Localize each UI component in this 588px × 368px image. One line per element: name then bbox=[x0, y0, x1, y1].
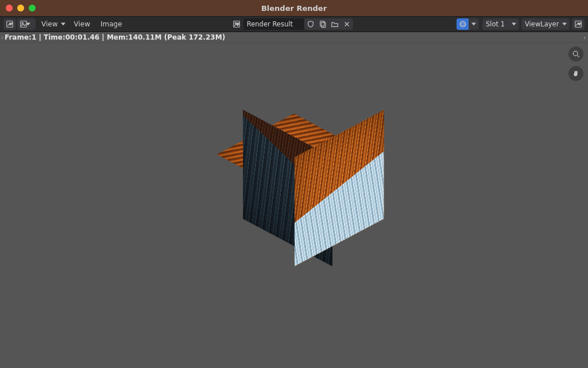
toolbar-right: Slot 1 ViewLayer bbox=[457, 18, 585, 30]
zoom-icon bbox=[572, 50, 580, 58]
svg-point-8 bbox=[460, 23, 466, 25]
image-actions bbox=[304, 18, 353, 30]
window-controls bbox=[0, 5, 36, 11]
viewlayer-label: ViewLayer bbox=[525, 20, 559, 28]
toolbar-left: View View Image bbox=[3, 18, 127, 30]
mode-dropdown[interactable] bbox=[17, 18, 36, 30]
zoom-gizmo[interactable] bbox=[568, 47, 583, 61]
new-image-icon bbox=[319, 20, 327, 28]
sphere-icon bbox=[459, 20, 467, 28]
editor-type-dropdown[interactable] bbox=[3, 18, 16, 30]
svg-rect-5 bbox=[320, 21, 324, 26]
svg-rect-0 bbox=[7, 21, 13, 28]
menu-view-a[interactable]: View bbox=[37, 20, 68, 28]
image-icon bbox=[574, 20, 582, 28]
window-close-button[interactable] bbox=[6, 5, 13, 11]
expand-right-icon[interactable]: ‹ bbox=[582, 32, 587, 42]
display-channels-color[interactable] bbox=[457, 18, 469, 30]
folder-icon bbox=[331, 20, 339, 28]
window-title: Blender Render bbox=[261, 4, 327, 13]
render-result-image bbox=[208, 94, 380, 266]
menu-image[interactable]: Image bbox=[96, 20, 127, 28]
image-name: Render Result bbox=[247, 20, 293, 28]
render-status-text: Frame:1 | Time:00:01.46 | Mem:140.11M (P… bbox=[5, 33, 225, 41]
pan-gizmo[interactable] bbox=[568, 66, 583, 81]
slot-label: Slot 1 bbox=[486, 20, 505, 28]
fake-user-button[interactable] bbox=[304, 18, 317, 30]
svg-point-2 bbox=[22, 22, 23, 24]
image-editor-icon bbox=[6, 20, 14, 28]
display-channels bbox=[457, 18, 479, 30]
expand-left-icon[interactable]: › bbox=[0, 32, 5, 42]
render-viewport[interactable] bbox=[0, 43, 588, 368]
viewlayer-dropdown[interactable]: ViewLayer bbox=[521, 18, 570, 30]
open-image-button[interactable] bbox=[328, 18, 341, 30]
display-channels-dropdown[interactable] bbox=[469, 18, 479, 30]
svg-rect-3 bbox=[234, 21, 240, 28]
image-name-field[interactable]: Render Result bbox=[243, 18, 304, 30]
viewport-gizmos bbox=[568, 47, 583, 81]
svg-rect-9 bbox=[575, 21, 582, 28]
shield-icon bbox=[307, 20, 315, 28]
rendered-cube bbox=[208, 94, 380, 266]
slot-dropdown[interactable]: Slot 1 bbox=[482, 18, 519, 30]
hand-icon bbox=[572, 69, 580, 78]
menu-view-b[interactable]: View bbox=[69, 20, 94, 28]
svg-rect-6 bbox=[322, 22, 326, 28]
toolbar: View View Image Render Result bbox=[0, 16, 588, 32]
browse-image-dropdown[interactable] bbox=[230, 18, 243, 30]
svg-point-10 bbox=[573, 51, 578, 56]
close-icon bbox=[343, 20, 351, 28]
svg-point-7 bbox=[460, 21, 466, 27]
new-image-button[interactable] bbox=[316, 18, 329, 30]
image-icon bbox=[233, 20, 241, 28]
titlebar: Blender Render bbox=[0, 0, 588, 16]
render-status-bar: › Frame:1 | Time:00:01.46 | Mem:140.11M … bbox=[0, 32, 588, 43]
svg-point-4 bbox=[235, 22, 236, 24]
window-zoom-button[interactable] bbox=[29, 5, 36, 11]
unlink-image-button[interactable] bbox=[341, 18, 353, 30]
render-pass-dropdown[interactable] bbox=[572, 18, 585, 30]
image-datablock: Render Result bbox=[230, 18, 353, 30]
window-minimize-button[interactable] bbox=[17, 5, 24, 11]
